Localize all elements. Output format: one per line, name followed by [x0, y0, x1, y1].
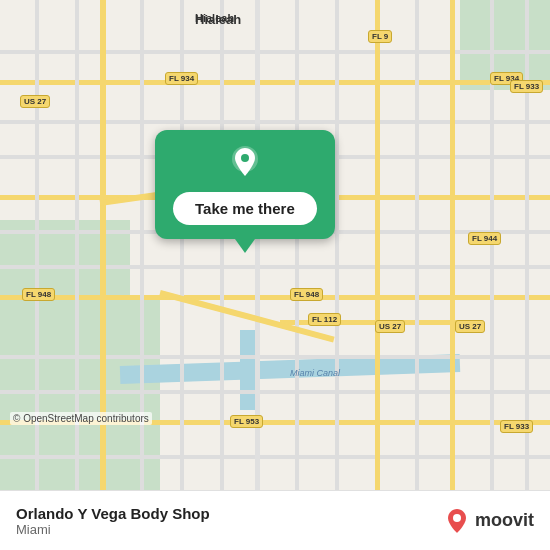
badge-us27-bot-left: US 27: [375, 320, 405, 333]
road-v-9: [335, 0, 339, 490]
svg-point-1: [241, 154, 249, 162]
pin-icon: [226, 144, 264, 182]
road-v-11: [415, 0, 419, 490]
badge-fl9: FL 9: [368, 30, 392, 43]
badge-fl948-left: FL 948: [22, 288, 55, 301]
badge-us27-left: US 27: [20, 95, 50, 108]
badge-fl933-bot: FL 933: [500, 420, 533, 433]
popup-tail: [235, 239, 255, 253]
place-title: Orlando Y Vega Body Shop: [16, 505, 443, 522]
road-h-12: [0, 455, 550, 459]
svg-point-2: [453, 514, 461, 522]
road-h-9: [0, 355, 550, 359]
badge-fl944: FL 944: [468, 232, 501, 245]
road-h-fl112: [280, 320, 460, 325]
green-area-bottomleft: [0, 300, 160, 490]
road-h-3: [0, 120, 550, 124]
copyright-text: © OpenStreetMap contributors: [10, 412, 152, 425]
moovit-logo: moovit: [443, 507, 534, 535]
popup-container: Take me there: [155, 130, 335, 253]
moovit-brand-text: moovit: [475, 510, 534, 531]
badge-fl953-bot: FL 953: [230, 415, 263, 428]
popup-bubble: Take me there: [155, 130, 335, 239]
place-info: Orlando Y Vega Body Shop Miami: [16, 505, 443, 537]
road-h-fl948: [0, 295, 550, 300]
map-container: Hialeah FL 9 FL 953 FL 934 FL 934 US 27 …: [0, 0, 550, 490]
road-h-1: [0, 50, 550, 54]
badge-fl948-right: FL 948: [290, 288, 323, 301]
road-v-fl9: [375, 0, 380, 490]
road-h-10: [0, 390, 550, 394]
road-h-fl934: [0, 80, 550, 85]
moovit-icon: [443, 507, 471, 535]
badge-fl934: FL 934: [165, 72, 198, 85]
take-me-there-button[interactable]: Take me there: [173, 192, 317, 225]
badge-us27-bot-right: US 27: [455, 320, 485, 333]
road-v-14: [525, 0, 529, 490]
info-bar: Orlando Y Vega Body Shop Miami moovit: [0, 490, 550, 550]
place-subtitle: Miami: [16, 522, 443, 537]
road-v-us27-right: [450, 0, 455, 490]
badge-fl112: FL 112: [308, 313, 341, 326]
badge-fl933-top: FL 933: [510, 80, 543, 93]
road-h-7: [0, 265, 550, 269]
